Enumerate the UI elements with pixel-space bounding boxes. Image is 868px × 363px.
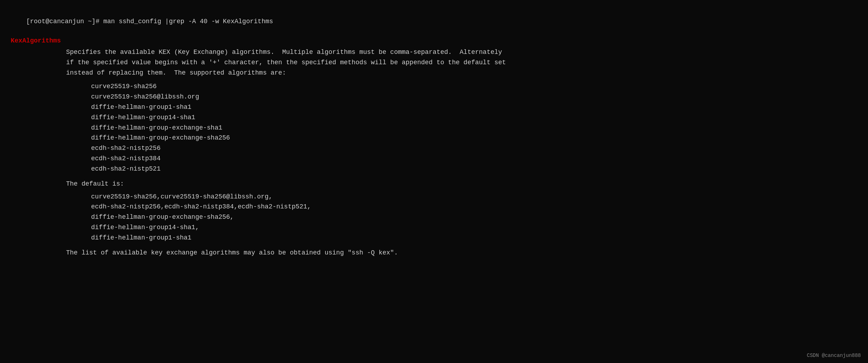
algo-item-8: ecdh-sha2-nistp521	[91, 164, 857, 174]
kex-label-line: KexAlgorithms	[11, 36, 857, 46]
algo-item-5: diffie-hellman-group-exchange-sha256	[91, 133, 857, 143]
terminal-window: [root@cancanjun ~]# man sshd_config |gre…	[11, 7, 857, 258]
default-item-0: curve25519-sha256,curve25519-sha256@libs…	[91, 192, 857, 202]
watermark: CSDN @cancanjun888	[807, 352, 861, 359]
algo-item-4: diffie-hellman-group-exchange-sha1	[91, 123, 857, 133]
algo-item-0: curve25519-sha256	[91, 81, 857, 92]
algo-item-6: ecdh-sha2-nistp256	[91, 143, 857, 153]
prompt-line: [root@cancanjun ~]# man sshd_config |gre…	[11, 7, 857, 36]
algo-item-2: diffie-hellman-group1-sha1	[91, 102, 857, 112]
description-line-2: if the specified value begins with a '+'…	[66, 57, 857, 68]
algorithms-list: curve25519-sha256 curve25519-sha256@libs…	[91, 81, 857, 174]
description-line-1: Specifies the available KEX (Key Exchang…	[66, 47, 857, 57]
default-item-3: diffie-hellman-group14-sha1,	[91, 222, 857, 233]
default-item-4: diffie-hellman-group1-sha1	[91, 233, 857, 243]
description-line-3: instead of replacing them. The supported…	[66, 68, 857, 78]
kex-algorithms-label: KexAlgorithms	[11, 37, 61, 44]
default-item-1: ecdh-sha2-nistp256,ecdh-sha2-nistp384,ec…	[91, 202, 857, 212]
prompt-text: [root@cancanjun ~]# man sshd_config |gre…	[26, 18, 273, 25]
algo-item-7: ecdh-sha2-nistp384	[91, 153, 857, 164]
footer-line: The list of available key exchange algor…	[66, 248, 857, 258]
algo-item-1: curve25519-sha256@libssh.org	[91, 92, 857, 102]
default-item-2: diffie-hellman-group-exchange-sha256,	[91, 212, 857, 222]
description-block: Specifies the available KEX (Key Exchang…	[66, 47, 857, 78]
algo-item-3: diffie-hellman-group14-sha1	[91, 112, 857, 123]
default-list: curve25519-sha256,curve25519-sha256@libs…	[91, 192, 857, 243]
default-label: The default is:	[66, 179, 857, 189]
